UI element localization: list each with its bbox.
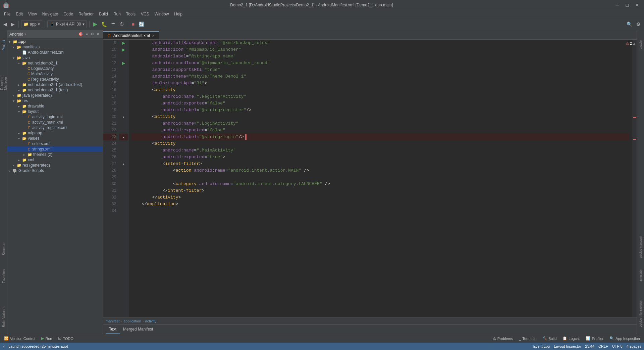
- tree-item-mipmap[interactable]: ▸ 📁 mipmap: [7, 130, 103, 136]
- tree-item-strings[interactable]: 🗒 strings.xml: [7, 146, 103, 152]
- expand-arrow: ▸: [18, 88, 22, 92]
- emulator-toggle[interactable]: Emulator: [637, 262, 644, 289]
- device-manager-toggle[interactable]: Device Manager: [637, 234, 644, 261]
- menu-file[interactable]: File: [1, 10, 13, 18]
- app-inspection-tab[interactable]: 🔍 App Inspection: [607, 336, 643, 341]
- logcat-tab[interactable]: 📋 Logcat: [560, 336, 582, 341]
- gradle-icon: 🐘: [13, 169, 17, 173]
- expand-arrow: ▸: [18, 104, 22, 108]
- project-settings-button[interactable]: ⚙: [90, 32, 95, 37]
- forward-button[interactable]: ▶: [10, 21, 16, 28]
- event-log-link[interactable]: Event Log: [533, 344, 550, 348]
- build-run-button[interactable]: ▶: [92, 20, 99, 28]
- tree-item-activity-main[interactable]: 🗒 activity_main.xml: [7, 120, 103, 125]
- breadcrumb-manifest[interactable]: manifest: [106, 319, 120, 323]
- settings-button[interactable]: ⚙: [635, 21, 642, 28]
- close-button[interactable]: ✕: [633, 2, 641, 8]
- folder-icon: 📂: [17, 56, 21, 60]
- menu-edit[interactable]: Edit: [13, 10, 25, 18]
- device-dropdown[interactable]: 📱 Pixel 4 API 30 ▾: [47, 20, 87, 28]
- minimize-button[interactable]: ─: [614, 2, 621, 8]
- tree-item-res[interactable]: ▾ 📂 res: [7, 98, 103, 103]
- locate-file-button[interactable]: 🎯: [77, 32, 84, 37]
- menu-code[interactable]: Code: [61, 10, 76, 18]
- tree-item-java-generated[interactable]: ▸ 📁 java (generated): [7, 93, 103, 98]
- project-panel-header: Android ▾ 🎯 ≡ ⚙ ✕: [7, 30, 103, 38]
- tree-item-mainactivity[interactable]: C MainActivity: [7, 71, 103, 77]
- layout-inspector-link[interactable]: Layout Inspector: [554, 344, 581, 348]
- close-panel-button[interactable]: ✕: [96, 32, 101, 37]
- tree-item-layout[interactable]: ▾ 📂 layout: [7, 109, 103, 114]
- tree-item-activity-login[interactable]: 🗒 activity_login.xml: [7, 114, 103, 120]
- tree-item-xml[interactable]: ▸ 📁 xml: [7, 157, 103, 163]
- tree-item-androidtest[interactable]: ▸ 📁 net.hxl.demo2_1 (androidTest): [7, 82, 103, 87]
- maximize-button[interactable]: □: [624, 2, 631, 8]
- tree-item-manifests[interactable]: ▾ 📂 manifests: [7, 44, 103, 50]
- tree-item-gradle[interactable]: ▸ 🐘 Gradle Scripts: [7, 168, 103, 173]
- back-button[interactable]: ◀: [2, 21, 8, 28]
- favorites-toggle[interactable]: Favorites: [0, 263, 7, 290]
- tree-item-values[interactable]: ▾ 📂 values: [7, 136, 103, 141]
- terminal-tab[interactable]: _ Terminal: [516, 336, 539, 341]
- tab-icon: 🗒: [107, 33, 111, 38]
- tree-item-package[interactable]: ▾ 📂 net.hxl.demo2_1: [7, 60, 103, 66]
- profiler-tab[interactable]: 📊 Profiler: [583, 336, 606, 341]
- java-icon: C: [28, 72, 30, 76]
- menu-run[interactable]: Run: [111, 10, 123, 18]
- tab-close-button[interactable]: ✕: [152, 34, 155, 38]
- menu-view[interactable]: View: [25, 10, 40, 18]
- profile-button[interactable]: ⏱: [118, 21, 125, 28]
- tree-item-test[interactable]: ▸ 📁 net.hxl.demo2_1 (test): [7, 87, 103, 93]
- tree-item-app[interactable]: ▾ 📁 app: [7, 39, 103, 44]
- tree-item-colors[interactable]: 🗒 colors.xml: [7, 141, 103, 146]
- device-file-explorer-toggle[interactable]: Device File Explorer: [637, 297, 644, 331]
- build-tab[interactable]: 🔨 Build: [540, 336, 559, 341]
- menu-window[interactable]: Window: [152, 10, 172, 18]
- tab-androidmanifest[interactable]: 🗒 AndroidManifest.xml ✕: [103, 31, 159, 39]
- breadcrumb-application[interactable]: application: [123, 319, 141, 323]
- code-line-13: android:supportsRtl="true": [131, 67, 629, 73]
- todo-tab[interactable]: ☑ TODO: [55, 336, 76, 341]
- tree-item-themes[interactable]: ▸ 📁 themes (2): [7, 152, 103, 157]
- project-dropdown[interactable]: 📁 app ▾: [21, 20, 42, 28]
- debug-button[interactable]: 🐛: [100, 21, 108, 28]
- code-line-32: </activity>: [131, 194, 629, 201]
- coverage-button[interactable]: ☂: [110, 21, 117, 28]
- menu-build[interactable]: Build: [96, 10, 111, 18]
- menu-navigate[interactable]: Navigate: [40, 10, 61, 18]
- folder-icon: 📁: [17, 163, 21, 168]
- code-line-11: android:label="@string/app_name": [131, 53, 629, 60]
- project-dropdown-arrow[interactable]: ▾: [24, 32, 26, 36]
- menu-refactor[interactable]: Refactor: [76, 10, 96, 18]
- search-button[interactable]: 🔍: [625, 21, 634, 28]
- version-control-tab[interactable]: 🔀 Version Control: [1, 336, 38, 341]
- tree-item-loginactivity[interactable]: C LoginActivity: [7, 66, 103, 71]
- build-variants-toggle[interactable]: Build Variants: [0, 304, 7, 331]
- tab-text[interactable]: Text: [106, 325, 120, 334]
- gradle-toggle[interactable]: Gradle: [637, 32, 644, 58]
- breadcrumb-activity[interactable]: activity: [145, 319, 157, 323]
- menu-tools[interactable]: Tools: [123, 10, 138, 18]
- tree-item-drawable[interactable]: ▸ 📁 drawable: [7, 103, 103, 109]
- expand-arrow: ▾: [18, 110, 22, 114]
- code-content[interactable]: android:fullBackupContent="@xml/backup_r…: [128, 40, 632, 317]
- tree-item-androidmanifest[interactable]: 📄 AndroidManifest.xml: [7, 50, 103, 55]
- problems-tab[interactable]: ⚠ Problems: [490, 336, 516, 341]
- menu-vcs[interactable]: VCS: [138, 10, 152, 18]
- tree-item-res-generated[interactable]: ▸ 📁 res (generated): [7, 163, 103, 168]
- sync-button[interactable]: 🔄: [137, 21, 146, 28]
- menu-help[interactable]: Help: [171, 10, 185, 18]
- tab-merged-manifest[interactable]: Merged Manifest: [120, 325, 156, 334]
- structure-toggle[interactable]: Structure: [0, 235, 7, 262]
- stop-button[interactable]: ■: [130, 21, 136, 28]
- xml-icon: 📄: [22, 50, 27, 55]
- project-panel-toggle[interactable]: Project: [0, 32, 7, 58]
- collapse-all-button[interactable]: ≡: [85, 32, 89, 37]
- tree-item-registeractivity[interactable]: C RegisterActivity: [7, 77, 103, 82]
- tree-item-java[interactable]: ▾ 📂 java: [7, 55, 103, 60]
- expand-arrow: ▸: [13, 94, 17, 97]
- tree-item-activity-register[interactable]: 🗒 activity_register.xml: [7, 125, 103, 130]
- run-tab[interactable]: ▶ Run: [39, 336, 55, 341]
- resource-manager-toggle[interactable]: Resource Manager: [0, 66, 7, 93]
- breadcrumb-sep2: ›: [143, 319, 144, 323]
